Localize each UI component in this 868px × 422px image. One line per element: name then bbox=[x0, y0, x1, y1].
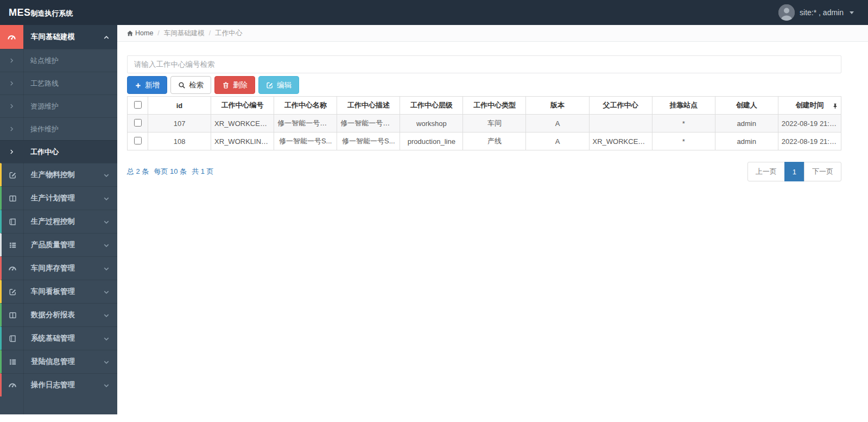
sidebar-group-product-quality-management[interactable]: 产品质量管理 bbox=[0, 233, 117, 256]
column-header-station: 挂靠站点 bbox=[652, 97, 715, 115]
cell-level: production_line bbox=[400, 133, 463, 150]
cell-created: 2022-08-19 21:1... bbox=[778, 115, 841, 133]
sidebar-group-production-material-control[interactable]: 生产物料控制 bbox=[0, 163, 117, 186]
cell-parent: XR_WORKCEN... bbox=[589, 133, 652, 150]
user-menu[interactable]: site:* , admin bbox=[778, 4, 868, 21]
cell-desc: 修一智能一号S... bbox=[337, 133, 400, 150]
breadcrumb-home[interactable]: Home bbox=[126, 29, 153, 37]
search-button[interactable]: 检索 bbox=[170, 76, 211, 94]
search-input[interactable] bbox=[127, 55, 841, 73]
cell-version: A bbox=[526, 133, 589, 150]
sidebar-item-label: 站点维护 bbox=[23, 56, 59, 66]
breadcrumb-separator: / bbox=[157, 29, 159, 37]
breadcrumb-separator: / bbox=[209, 29, 211, 37]
edit-button[interactable]: 编辑 bbox=[258, 76, 299, 94]
chevron-right-icon bbox=[0, 126, 23, 132]
select-all-checkbox[interactable] bbox=[134, 101, 142, 109]
cell-id: 107 bbox=[148, 115, 211, 133]
sidebar-group-label: 数据分析报表 bbox=[23, 310, 75, 320]
app-logo: MES制造执行系统 bbox=[0, 7, 117, 18]
column-header-creator: 创建人 bbox=[715, 97, 778, 115]
user-label: site:* , admin bbox=[800, 8, 844, 17]
sidebar-group-workshop-kanban-management[interactable]: 车间看板管理 bbox=[0, 280, 117, 303]
sidebar-group-label: 系统基础管理 bbox=[23, 333, 75, 343]
sidebar-group-system-basic-management[interactable]: 系统基础管理 bbox=[0, 326, 117, 350]
cell-level: workshop bbox=[400, 115, 463, 133]
sidebar-group-workshop-basic-modeling[interactable]: 车间基础建模 bbox=[0, 25, 117, 49]
breadcrumb-item[interactable]: 车间基础建模 bbox=[164, 29, 205, 38]
sidebar-group-label: 操作日志管理 bbox=[23, 380, 75, 390]
summary-total: 总 2 条 bbox=[127, 167, 149, 177]
summary-per-page: 每页 10 条 bbox=[154, 167, 187, 177]
cell-name: 修一智能一号车间 bbox=[274, 115, 337, 133]
table-row[interactable]: 107 XR_WORKCEN... 修一智能一号车间 修一智能一号车间 work… bbox=[128, 115, 841, 133]
plus-icon bbox=[135, 81, 142, 89]
breadcrumb: Home / 车间基础建模 / 工作中心 bbox=[117, 25, 868, 42]
sidebar-item-process-route[interactable]: 工艺路线 bbox=[0, 72, 117, 95]
sidebar-group-label: 车间基础建模 bbox=[23, 32, 75, 42]
next-page-button[interactable]: 下一页 bbox=[804, 162, 841, 181]
row-select-checkbox[interactable] bbox=[134, 137, 142, 144]
chevron-down-icon bbox=[103, 311, 110, 319]
sidebar-nav: 车间基础建模 站点维护 工艺路线 资源维护 操作维护 工作中心 生产物料控制 bbox=[0, 25, 117, 414]
cell-code: XR_WORKCEN... bbox=[211, 115, 274, 133]
cell-creator: admin bbox=[715, 133, 778, 150]
toolbar: 新增 检索 删除 编辑 bbox=[127, 76, 841, 94]
table-header-row: id 工作中心编号 工作中心名称 工作中心描述 工作中心层级 工作中心类型 版本… bbox=[128, 97, 841, 115]
chevron-down-icon bbox=[103, 218, 110, 226]
caret-down-icon bbox=[850, 11, 854, 14]
sidebar-item-resource-maintenance[interactable]: 资源维护 bbox=[0, 95, 117, 117]
delete-button[interactable]: 删除 bbox=[214, 76, 255, 94]
column-header-version: 版本 bbox=[526, 97, 589, 115]
sidebar-group-label: 生产过程控制 bbox=[23, 217, 75, 226]
sidebar-group-operation-log-management[interactable]: 操作日志管理 bbox=[0, 373, 117, 396]
column-header-type: 工作中心类型 bbox=[463, 97, 526, 115]
pushpin-icon[interactable] bbox=[832, 102, 838, 110]
top-navbar: MES制造执行系统 site:* , admin bbox=[0, 0, 868, 25]
breadcrumb-item-current: 工作中心 bbox=[215, 29, 242, 38]
mes-application-window: MES制造执行系统 site:* , admin 车间基础建模 站点维护 工艺路… bbox=[0, 0, 868, 422]
dashboard-icon bbox=[2, 381, 23, 389]
work-center-table: id 工作中心编号 工作中心名称 工作中心描述 工作中心层级 工作中心类型 版本… bbox=[127, 96, 841, 150]
list-icon bbox=[2, 241, 23, 249]
sidebar-group-workshop-inventory-management[interactable]: 车间库存管理 bbox=[0, 256, 117, 280]
logo-primary: MES bbox=[9, 7, 31, 18]
columns-icon bbox=[2, 311, 23, 319]
sidebar-group-label: 登陆信息管理 bbox=[23, 357, 75, 367]
cell-station: * bbox=[652, 133, 715, 150]
edit-icon bbox=[2, 288, 23, 296]
add-button-label: 新增 bbox=[145, 80, 160, 90]
sidebar-group-label: 车间库存管理 bbox=[23, 263, 75, 273]
chevron-down-icon bbox=[103, 335, 110, 343]
sidebar-group-label: 产品质量管理 bbox=[23, 240, 75, 250]
cell-station: * bbox=[652, 115, 715, 133]
column-header-code: 工作中心编号 bbox=[211, 97, 274, 115]
column-header-name: 工作中心名称 bbox=[274, 97, 337, 115]
sidebar-group-production-plan-management[interactable]: 生产计划管理 bbox=[0, 186, 117, 210]
search-button-label: 检索 bbox=[189, 80, 204, 90]
chevron-down-icon bbox=[103, 194, 110, 203]
table-row[interactable]: 108 XR_WORKLINE... 修一智能一号S... 修一智能一号S...… bbox=[128, 133, 841, 150]
user-avatar bbox=[778, 4, 795, 21]
sidebar-item-label: 工作中心 bbox=[23, 147, 59, 157]
summary-pages: 共 1 页 bbox=[192, 167, 213, 177]
table-footer: 总 2 条 每页 10 条 共 1 页 上一页 1 下一页 bbox=[127, 162, 841, 181]
cell-creator: admin bbox=[715, 115, 778, 133]
page-1-button[interactable]: 1 bbox=[784, 162, 804, 181]
cell-version: A bbox=[526, 115, 589, 133]
prev-page-button[interactable]: 上一页 bbox=[747, 162, 785, 181]
chevron-right-icon bbox=[0, 58, 23, 64]
sidebar-group-login-info-management[interactable]: 登陆信息管理 bbox=[0, 350, 117, 373]
sidebar-item-station-maintenance[interactable]: 站点维护 bbox=[0, 49, 117, 72]
sidebar-group-label: 生产计划管理 bbox=[23, 193, 75, 203]
add-button[interactable]: 新增 bbox=[127, 76, 167, 94]
sidebar-group-production-process-control[interactable]: 生产过程控制 bbox=[0, 210, 117, 233]
sidebar-item-operation-maintenance[interactable]: 操作维护 bbox=[0, 117, 117, 140]
sidebar-group-data-analysis-report[interactable]: 数据分析报表 bbox=[0, 303, 117, 326]
list-icon bbox=[2, 358, 23, 366]
row-select-checkbox[interactable] bbox=[134, 119, 142, 127]
cell-name: 修一智能一号S... bbox=[274, 133, 337, 150]
sidebar-item-work-center[interactable]: 工作中心 bbox=[0, 140, 117, 163]
cell-type: 产线 bbox=[463, 133, 526, 150]
sidebar-group-label: 车间看板管理 bbox=[23, 287, 75, 297]
